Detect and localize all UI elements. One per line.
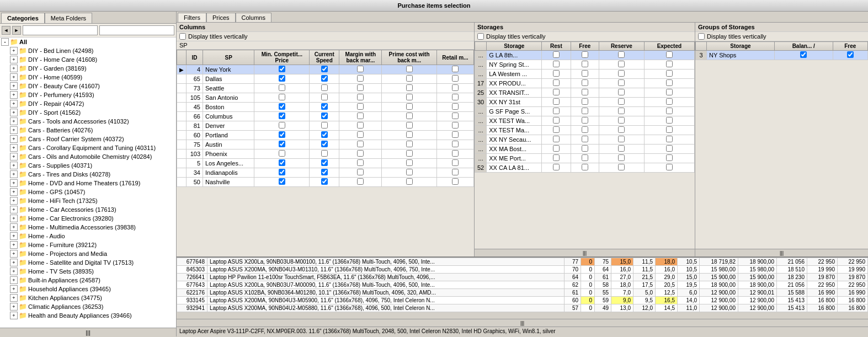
stor-row-reserve[interactable] bbox=[599, 60, 644, 69]
stor-row-free[interactable] bbox=[571, 69, 599, 79]
col-row-cb2[interactable] bbox=[310, 121, 339, 131]
stor-row-free[interactable] bbox=[571, 79, 599, 88]
col-row-cb4[interactable] bbox=[382, 149, 436, 159]
filter-tab-prices[interactable]: Prices bbox=[206, 13, 236, 22]
expander[interactable]: + bbox=[10, 188, 18, 196]
stor-row-free[interactable] bbox=[571, 88, 599, 98]
tree-item[interactable]: + 📁 Home - Projectors and Media bbox=[0, 249, 176, 258]
col-row-sp[interactable]: Austin bbox=[203, 140, 254, 149]
grp-row-cb2[interactable] bbox=[833, 51, 868, 60]
tree-item[interactable]: + 📁 Health and Beauty Appliances (39466) bbox=[0, 311, 176, 320]
col-row-cb4[interactable] bbox=[382, 112, 436, 121]
col-row-cb5[interactable] bbox=[436, 131, 473, 140]
col-row-cb4[interactable] bbox=[382, 103, 436, 112]
stor-row-rest[interactable] bbox=[542, 98, 571, 107]
col-row-cb1[interactable] bbox=[254, 131, 310, 140]
col-row-cb2[interactable] bbox=[310, 149, 339, 159]
col-row-cb1[interactable] bbox=[254, 65, 310, 74]
col-row-cb3[interactable] bbox=[339, 159, 382, 168]
col-row-cb3[interactable] bbox=[339, 74, 382, 84]
stor-row-rest[interactable] bbox=[542, 60, 571, 69]
col-row-cb2[interactable] bbox=[310, 140, 339, 149]
stor-row-free[interactable] bbox=[571, 154, 599, 163]
columns-display-vertical-cb[interactable] bbox=[179, 33, 186, 40]
expander[interactable]: + bbox=[10, 73, 18, 81]
stor-row-name[interactable]: XX TEST Ma... bbox=[487, 126, 542, 135]
tree-item[interactable]: + 📁 Kitchen Appliances (34775) bbox=[0, 293, 176, 302]
col-row-cb5[interactable] bbox=[436, 65, 473, 74]
stor-row-reserve[interactable] bbox=[599, 51, 644, 60]
stor-row-name[interactable]: NY Spring St... bbox=[487, 60, 542, 69]
tree-item[interactable]: + 📁 Home - HiFi Tech (17325) bbox=[0, 196, 176, 205]
col-row-cb3[interactable] bbox=[339, 93, 382, 103]
col-row-sp[interactable]: Nashville bbox=[203, 178, 254, 187]
expander[interactable]: + bbox=[10, 126, 18, 134]
tree-item[interactable]: + 📁 Cars - Oils and Automobile Chemistry… bbox=[0, 152, 176, 161]
tree-item[interactable]: + 📁 DIY - Bed Linen (42498) bbox=[0, 46, 176, 55]
stor-row-rest[interactable] bbox=[542, 135, 571, 145]
storages-display-vertical-cb[interactable] bbox=[477, 33, 484, 40]
expander[interactable]: + bbox=[10, 56, 18, 63]
col-row-cb4[interactable] bbox=[382, 65, 436, 74]
expander[interactable]: + bbox=[10, 259, 18, 266]
search-query-input[interactable]: Laptops 11-13.4" bbox=[99, 25, 174, 35]
tree-item-all[interactable]: - 📁 All bbox=[0, 38, 176, 46]
stor-row-rest[interactable] bbox=[542, 163, 571, 173]
col-row-sp[interactable]: Dallas bbox=[203, 74, 254, 84]
tree-item[interactable]: + 📁 DIY - Garden (38169) bbox=[0, 64, 176, 73]
tab-meta-folders[interactable]: Meta Folders bbox=[45, 13, 92, 23]
col-row-cb4[interactable] bbox=[382, 84, 436, 93]
expander[interactable]: + bbox=[10, 223, 18, 231]
tree-item[interactable]: + 📁 Cars - Tires and Disks (40278) bbox=[0, 170, 176, 179]
col-row-cb1[interactable] bbox=[254, 140, 310, 149]
col-row-cb1[interactable] bbox=[254, 74, 310, 84]
stor-row-reserve[interactable] bbox=[599, 163, 644, 173]
tree-item[interactable]: + 📁 Cars - Roof Carrier System (40372) bbox=[0, 135, 176, 143]
stor-row-rest[interactable] bbox=[542, 145, 571, 154]
expander[interactable]: + bbox=[10, 312, 18, 319]
stor-row-reserve[interactable] bbox=[599, 69, 644, 79]
col-row-cb4[interactable] bbox=[382, 121, 436, 131]
stor-row-expected[interactable] bbox=[644, 107, 694, 116]
col-row-cb2[interactable] bbox=[310, 103, 339, 112]
tree-item[interactable]: + 📁 Household Appliances (39465) bbox=[0, 285, 176, 293]
stor-row-reserve[interactable] bbox=[599, 116, 644, 126]
tree-item[interactable]: + 📁 Home - TV Sets (38935) bbox=[0, 267, 176, 276]
stor-row-free[interactable] bbox=[571, 116, 599, 126]
col-row-cb5[interactable] bbox=[436, 74, 473, 84]
stor-row-expected[interactable] bbox=[644, 145, 694, 154]
col-row-sp[interactable]: Los Angeles... bbox=[203, 159, 254, 168]
col-row-cb5[interactable] bbox=[436, 112, 473, 121]
tree-item[interactable]: + 📁 DIY - Repair (40472) bbox=[0, 99, 176, 108]
stor-row-expected[interactable] bbox=[644, 116, 694, 126]
nav-next-btn[interactable]: ► bbox=[12, 26, 21, 35]
stor-row-name[interactable]: XX CA LA 81... bbox=[487, 163, 542, 173]
stor-row-expected[interactable] bbox=[644, 135, 694, 145]
col-row-cb2[interactable] bbox=[310, 65, 339, 74]
tree-item[interactable]: + 📁 Climatic Appliances (36253) bbox=[0, 302, 176, 311]
expander[interactable]: + bbox=[10, 82, 18, 90]
col-row-cb4[interactable] bbox=[382, 178, 436, 187]
groups-display-vertical-cb[interactable] bbox=[698, 33, 705, 40]
col-row-cb1[interactable] bbox=[254, 112, 310, 121]
tree-item[interactable]: + 📁 DIY - Beauty Care (41607) bbox=[0, 82, 176, 90]
stor-row-reserve[interactable] bbox=[599, 88, 644, 98]
col-row-cb3[interactable] bbox=[339, 84, 382, 93]
tab-categories[interactable]: Categories bbox=[1, 13, 45, 23]
expander[interactable]: + bbox=[10, 65, 18, 72]
expander[interactable]: + bbox=[10, 206, 18, 213]
expander[interactable]: + bbox=[10, 294, 18, 302]
stor-row-rest[interactable] bbox=[542, 116, 571, 126]
stor-row-reserve[interactable] bbox=[599, 107, 644, 116]
stor-row-reserve[interactable] bbox=[599, 79, 644, 88]
stor-row-rest[interactable] bbox=[542, 107, 571, 116]
expander[interactable]: + bbox=[10, 47, 18, 55]
col-row-cb5[interactable] bbox=[436, 121, 473, 131]
tree-item[interactable]: + 📁 Cars - Tools and Accessories (41032) bbox=[0, 117, 176, 126]
col-row-sp[interactable]: Columbus bbox=[203, 112, 254, 121]
col-row-cb3[interactable] bbox=[339, 112, 382, 121]
expander[interactable]: + bbox=[10, 109, 18, 116]
stor-row-name[interactable]: XX NY Secau... bbox=[487, 135, 542, 145]
tree-item[interactable]: + 📁 Cars - Batteries (40276) bbox=[0, 126, 176, 135]
tree-item[interactable]: + 📁 Home - Audio bbox=[0, 232, 176, 240]
